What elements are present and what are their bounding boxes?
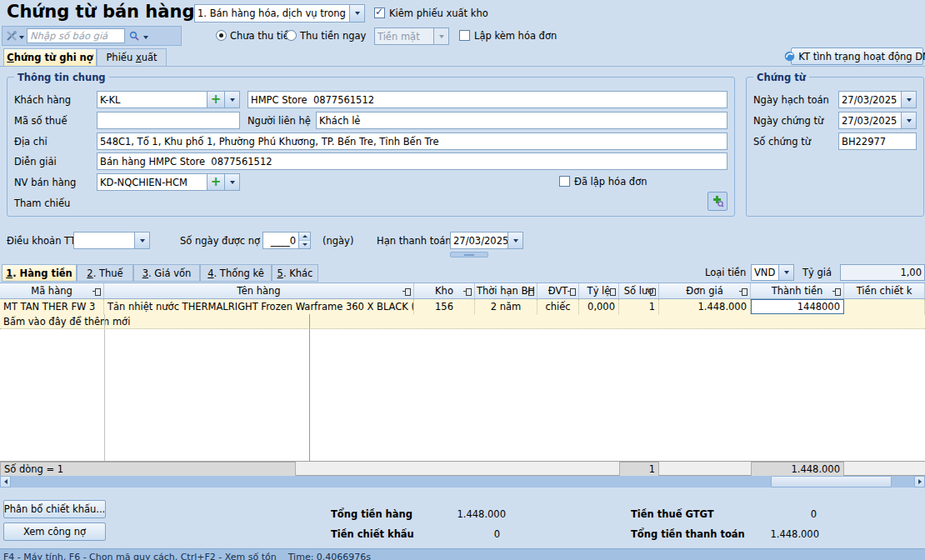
cell-ma-hang[interactable]: MT TAN THER FW 3 [0, 299, 104, 314]
document-legend: Chứng từ [753, 72, 809, 83]
dia-chi-field[interactable]: 548C1, Tổ 1, Khu phố 1, Phường Phú Khươn… [97, 132, 728, 150]
column-header-thoi-han-bh[interactable]: Thời hạn BH [475, 283, 538, 299]
column-header-kho[interactable]: Kho [414, 283, 475, 299]
chevron-down-icon[interactable] [778, 265, 793, 280]
voucher-type-select[interactable]: 1. Bán hàng hóa, dịch vụ trong nước [194, 4, 365, 22]
column-header-thanh-tien[interactable]: Thành tiền [751, 283, 844, 299]
khach-hang-combo[interactable]: K-KL [97, 91, 240, 108]
nguoi-lien-he-field[interactable]: Khách lẻ [316, 112, 728, 129]
tab-thue[interactable]: 2. Thuế [77, 264, 133, 282]
nv-ban-hang-combo[interactable]: KD-NQCHIEN-HCM [97, 173, 240, 191]
dien-giai-field[interactable]: Bán hàng HMPC Store 0877561512 [97, 152, 728, 170]
column-header-ten-hang[interactable]: Tên hàng [104, 283, 414, 299]
scrollbar-thumb[interactable] [771, 476, 892, 488]
cell-so-luong[interactable]: 1 [619, 299, 659, 314]
lap-kem-hoa-don-checkbox[interactable] [459, 30, 470, 41]
tab-khac[interactable]: 5. Khác [272, 264, 318, 282]
cell-thanh-tien-editing[interactable]: 1448000 [751, 299, 844, 314]
ty-gia-field: 1,00 [840, 264, 925, 281]
tab-chung-tu-ghi-no[interactable]: Chứng từ ghi nợ [3, 48, 97, 67]
quote-search-input[interactable] [27, 28, 125, 43]
ngay-chung-tu-datepicker[interactable]: 27/03/2025 [838, 112, 917, 129]
grid-add-row[interactable]: Bấm vào đây để thêm mới [0, 314, 925, 329]
horizontal-scrollbar[interactable] [0, 476, 925, 488]
pin-icon[interactable] [570, 288, 576, 296]
kiem-phieu-checkbox[interactable] [374, 8, 385, 18]
cell-dvt[interactable]: chiếc [538, 299, 579, 314]
add-employee-plus-icon[interactable] [207, 174, 224, 190]
add-reference-button[interactable] [708, 192, 728, 211]
pin-icon[interactable] [528, 288, 534, 296]
collapse-splitter-handle[interactable] [450, 252, 488, 258]
thu-tien-ngay-radio[interactable] [286, 30, 297, 41]
stepper-up-icon[interactable] [299, 232, 310, 241]
column-header-ty-le[interactable]: Tỷ lệ [579, 283, 619, 299]
dieu-khoan-select[interactable] [73, 232, 150, 249]
tab-hang-tien[interactable]: 1. Hàng tiền [2, 264, 77, 282]
chevron-down-icon[interactable] [134, 232, 149, 248]
pin-icon[interactable] [405, 288, 411, 296]
customer-name-field[interactable]: HMPC Store 0877561512 [248, 91, 728, 108]
chevron-down-icon[interactable] [508, 232, 522, 248]
chevron-down-icon[interactable] [901, 92, 916, 108]
stepper-buttons[interactable] [298, 232, 310, 248]
chua-thu-tien-radio[interactable] [216, 30, 227, 41]
chevron-down-icon[interactable] [349, 5, 364, 22]
ngay-chung-tu-label: Ngày chứng từ [753, 115, 823, 127]
quote-search-group [2, 26, 182, 46]
thu-tien-ngay-label: Thu tiền ngay [300, 30, 366, 42]
column-header-ma-hang[interactable]: Mã hàng [0, 283, 104, 299]
so-ngay-stepper[interactable]: ____0 [262, 232, 311, 249]
pin-icon[interactable] [610, 288, 616, 296]
tools-icon[interactable] [2, 30, 19, 42]
grid-caret-line [309, 314, 310, 461]
grid-summary-row: Số dòng = 1 1 1.448.000 [0, 461, 925, 476]
ma-so-thue-field[interactable] [97, 112, 240, 129]
chevron-down-icon[interactable] [224, 92, 239, 108]
tab-thong-ke[interactable]: 4. Thống kê [200, 264, 272, 282]
tools-menu-chevron-icon[interactable] [19, 30, 27, 42]
lap-kem-hoa-don-label: Lập kèm hóa đơn [474, 30, 557, 42]
column-header-so-luong[interactable]: Số lượ [619, 283, 659, 299]
scroll-left-icon[interactable] [0, 476, 11, 488]
stepper-down-icon[interactable] [299, 241, 310, 248]
dieu-khoan-label: Điều khoản TT [7, 235, 76, 247]
scroll-right-icon[interactable] [914, 476, 925, 488]
chevron-down-icon[interactable] [901, 112, 916, 128]
kt-status-button[interactable]: KT tình trạng hoạt động DN [791, 48, 923, 65]
ngay-chung-tu-value: 27/03/2025 [839, 112, 901, 128]
pin-icon[interactable] [742, 288, 748, 296]
pin-icon[interactable] [650, 288, 656, 296]
ngay-unit-label: (ngày) [322, 235, 353, 247]
add-customer-plus-icon[interactable] [207, 92, 224, 108]
column-header-don-gia[interactable]: Đơn giá [659, 283, 751, 299]
pin-icon[interactable] [466, 288, 472, 296]
kt-status-icon [784, 51, 795, 62]
so-chung-tu-field[interactable]: BH22977 [838, 132, 917, 150]
loai-tien-select[interactable]: VND [751, 264, 794, 281]
tab-phieu-xuat[interactable]: Phiếu xuất [97, 48, 167, 67]
search-menu-chevron-icon[interactable] [142, 30, 150, 42]
chevron-down-icon[interactable] [224, 174, 239, 190]
cell-ty-le[interactable]: 0,000 [579, 299, 619, 314]
cell-thoi-han-bh[interactable]: 2 năm [475, 299, 538, 314]
cell-kho[interactable]: 156 [414, 299, 475, 314]
tab-gia-von[interactable]: 3. Giá vốn [133, 264, 200, 282]
xem-cong-no-button[interactable]: Xem công nợ [3, 522, 106, 541]
cell-tien-chiet-khau[interactable] [844, 299, 925, 314]
search-icon[interactable] [125, 31, 142, 42]
status-bar: F4 - Máy tính, F6 - Chọn mã quy cách, Ct… [0, 548, 925, 560]
da-lap-hoa-don-checkbox[interactable] [559, 176, 570, 187]
column-header-tien-chiet-khau[interactable]: Tiền chiết k [844, 283, 925, 299]
tien-thue-gtgt-value: 0 [717, 508, 817, 520]
column-header-dvt[interactable]: ĐVT [538, 283, 579, 299]
tien-chiet-khau-value: 0 [400, 528, 500, 540]
cell-ten-hang[interactable]: Tản nhiệt nước THERMALRIGHT Frozen Warfr… [104, 299, 414, 314]
ngay-hach-toan-datepicker[interactable]: 27/03/2025 [838, 91, 917, 108]
han-thanh-toan-datepicker[interactable]: 27/03/2025 [450, 232, 523, 249]
cell-don-gia[interactable]: 1.448.000 [659, 299, 751, 314]
table-row[interactable]: MT TAN THER FW 3 Tản nhiệt nước THERMALR… [0, 299, 925, 314]
pin-icon[interactable] [835, 288, 841, 296]
pin-icon[interactable] [95, 288, 101, 296]
phan-bo-chiet-khau-button[interactable]: Phân bổ chiết khấu... [3, 500, 106, 518]
